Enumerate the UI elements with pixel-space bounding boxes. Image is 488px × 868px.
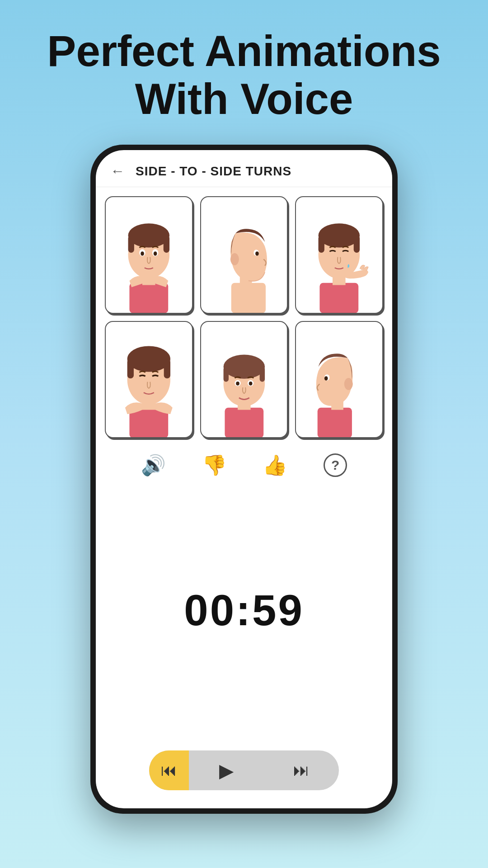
play-button[interactable]: ▶	[189, 760, 264, 782]
exercise-card-1[interactable]	[105, 196, 193, 314]
svg-rect-0	[129, 283, 168, 313]
svg-rect-20	[354, 236, 360, 253]
exercise-grid	[96, 187, 392, 443]
phone-mockup: ← SIDE - TO - SIDE TURNS	[90, 145, 398, 814]
svg-rect-15	[320, 283, 359, 313]
svg-rect-31	[223, 367, 228, 382]
top-bar: ← SIDE - TO - SIDE TURNS	[96, 150, 392, 187]
help-button[interactable]: ?	[324, 453, 347, 477]
bottom-controls: ⏮ ▶ ⏭	[96, 741, 392, 808]
phone-inner: ← SIDE - TO - SIDE TURNS	[96, 150, 392, 808]
action-row: 🔊 👎 👍 ?	[96, 443, 392, 488]
svg-rect-25	[127, 359, 134, 378]
svg-point-12	[230, 253, 239, 265]
svg-rect-32	[259, 367, 264, 382]
svg-point-39	[344, 378, 353, 390]
svg-rect-5	[164, 236, 169, 253]
playback-bar: ⏮ ▶ ⏭	[149, 750, 339, 790]
svg-rect-10	[231, 283, 265, 313]
exercise-card-3[interactable]	[295, 196, 383, 314]
timer-display: 00:59	[184, 585, 304, 635]
svg-point-35	[236, 382, 239, 386]
back-button[interactable]: ←	[110, 163, 125, 179]
svg-rect-19	[319, 236, 324, 253]
skip-forward-button[interactable]: ⏭	[264, 761, 339, 780]
screen-title: SIDE - TO - SIDE TURNS	[136, 164, 291, 179]
skip-forward-icon: ⏭	[293, 761, 310, 780]
svg-rect-37	[318, 407, 352, 437]
thumbs-down-button[interactable]: 👎	[202, 453, 227, 477]
skip-back-button[interactable]: ⏮	[161, 761, 177, 780]
play-icon: ▶	[219, 760, 234, 782]
exercise-card-6[interactable]	[295, 321, 383, 439]
svg-rect-27	[225, 407, 263, 437]
exercise-card-5[interactable]	[200, 321, 288, 439]
svg-rect-26	[164, 359, 170, 378]
svg-point-36	[249, 382, 252, 386]
svg-point-8	[141, 251, 144, 256]
svg-point-3	[128, 223, 170, 247]
exercise-card-2[interactable]	[200, 196, 288, 314]
svg-point-30	[223, 354, 265, 378]
exercise-card-4[interactable]	[105, 321, 193, 439]
volume-button[interactable]: 🔊	[141, 453, 166, 477]
svg-point-18	[319, 223, 360, 247]
headline-text: Perfect Animations With Voice	[0, 27, 488, 123]
skip-back-zone: ⏮	[149, 750, 189, 790]
svg-point-14	[255, 251, 259, 256]
svg-rect-4	[128, 236, 134, 253]
phone-outer: ← SIDE - TO - SIDE TURNS	[90, 145, 398, 814]
svg-point-9	[154, 251, 157, 256]
headline: Perfect Animations With Voice	[0, 0, 488, 123]
svg-point-41	[324, 376, 328, 381]
timer-area: 00:59	[96, 488, 392, 741]
thumbs-up-button[interactable]: 👍	[263, 453, 287, 477]
